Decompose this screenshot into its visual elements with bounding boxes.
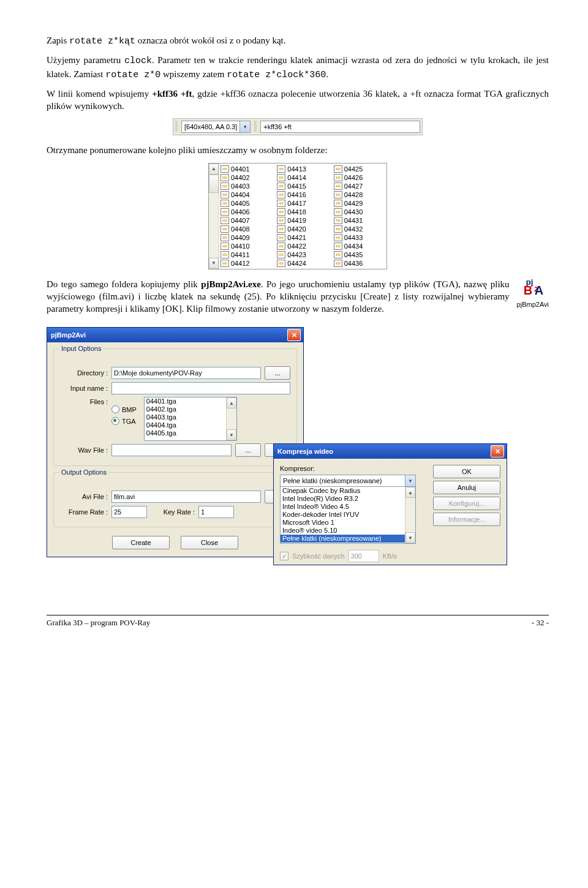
file-item[interactable]: 04435 [334,250,385,259]
file-item[interactable]: 04403 [221,182,272,190]
file-item[interactable]: 04417 [277,199,328,208]
file-item[interactable]: 04423 [277,250,328,259]
keyrate-input[interactable]: 1 [198,506,234,518]
file-item[interactable]: 04425 [334,165,385,173]
file-name: 04433 [344,234,363,241]
file-item[interactable]: 04414 [277,173,328,182]
scroll-up-icon[interactable]: ▲ [405,487,415,498]
file-item[interactable]: 04428 [334,190,385,199]
anuluj-button[interactable]: Anuluj [433,481,500,494]
resolution-combo[interactable]: [640x480, AA 0.3] ▼ [181,121,251,133]
scroll-down-icon[interactable]: ▼ [209,258,219,269]
file-item[interactable]: 04418 [277,208,328,216]
framerate-input[interactable]: 25 [111,506,147,518]
file-item[interactable]: 04406 [221,208,272,216]
list-item[interactable]: 04402.tga [145,405,236,413]
chevron-down-icon[interactable]: ▼ [405,475,415,486]
list-item[interactable]: Intel Indeo® Video 4.5 [281,503,415,511]
file-item[interactable]: 04415 [277,182,328,190]
image-file-icon [221,217,229,224]
titlebar[interactable]: Kompresja wideo ✕ [274,444,507,459]
file-item[interactable]: 04429 [334,199,385,208]
file-item[interactable]: 04419 [277,216,328,225]
file-item[interactable]: 04416 [277,190,328,199]
directory-input[interactable]: D:\Moje dokumenty\POV-Ray [111,367,261,379]
file-item[interactable]: 04412 [221,259,272,268]
chevron-down-icon[interactable]: ▼ [239,121,250,132]
wavfile-input[interactable] [111,444,232,456]
browse-button[interactable]: ... [265,366,290,380]
create-button[interactable]: Create [112,536,170,549]
file-item[interactable]: 04413 [277,165,328,173]
titlebar[interactable]: pjBmp2Avi ✕ [47,328,303,342]
file-item[interactable]: 04408 [221,225,272,233]
vertical-scrollbar[interactable]: ▲ ▼ [209,164,219,269]
image-file-icon [334,191,342,198]
inputname-input[interactable] [111,382,290,394]
kompresor-combo[interactable]: Pełne klatki (nieskompresowane) ▼ [280,475,416,487]
radio-tga[interactable]: TGA [111,417,137,425]
file-name: 04425 [344,165,363,173]
image-file-icon [277,243,285,250]
command-line-value: +kff36 +ft [263,123,292,130]
file-item[interactable]: 04410 [221,242,272,250]
kompresor-list[interactable]: Cinepak Codec by RadiusIntel Indeo(R) Vi… [280,486,416,544]
file-name: 04427 [344,182,363,190]
scroll-thumb[interactable] [209,175,219,193]
avifile-input[interactable]: film.avi [111,491,261,503]
close-icon[interactable]: ✕ [491,445,504,457]
file-item[interactable]: 04433 [334,233,385,242]
paragraph-4: Otrzymane ponumerowane kolejno pliki umi… [47,144,549,156]
file-name: 04422 [287,243,306,250]
paragraph-1: Zapis rotate z*kąt oznacza obrót wokół o… [47,34,549,48]
list-item[interactable]: Indeo® video 5.10 [281,527,415,535]
image-file-icon [334,234,342,241]
file-item[interactable]: 04434 [334,242,385,250]
list-item[interactable]: 04405.tga [145,429,236,437]
file-item[interactable]: 04432 [334,225,385,233]
list-item[interactable]: 04404.tga [145,421,236,429]
file-item[interactable]: 04404 [221,190,272,199]
scroll-up-icon[interactable]: ▲ [227,397,236,408]
list-item[interactable]: 04401.tga [145,397,236,405]
file-name: 04423 [287,251,306,258]
file-item[interactable]: 04411 [221,250,272,259]
list-item[interactable]: Intel Indeo(R) Video R3.2 [281,495,415,503]
list-item[interactable]: 04403.tga [145,413,236,421]
konfiguruj-button[interactable]: Konfiguruj... [433,497,500,510]
file-item[interactable]: 04401 [221,165,272,173]
file-item[interactable]: 04436 [334,259,385,268]
ok-button[interactable]: OK [433,465,500,478]
file-item[interactable]: 04402 [221,173,272,182]
list-item[interactable]: Cinepak Codec by Radius [281,487,415,495]
file-item[interactable]: 04405 [221,199,272,208]
image-file-icon [277,260,285,267]
file-item[interactable]: 04431 [334,216,385,225]
file-item[interactable]: 04420 [277,225,328,233]
close-button[interactable]: Close [181,536,238,549]
file-item[interactable]: 04407 [221,216,272,225]
file-item[interactable]: 04427 [334,182,385,190]
scroll-up-icon[interactable]: ▲ [209,164,219,175]
checkbox-szybkosc: ✓ [280,552,288,560]
informacje-button[interactable]: Informacje... [433,513,500,526]
files-listbox[interactable]: 04401.tga04402.tga04403.tga04404.tga0440… [144,397,237,441]
browse-wav-button[interactable]: ... [235,443,261,457]
scroll-down-icon[interactable]: ▼ [227,429,236,440]
command-line-input[interactable]: +kff36 +ft [260,121,420,133]
file-item[interactable]: 04430 [334,208,385,216]
close-icon[interactable]: ✕ [287,329,301,341]
file-item[interactable]: 04426 [334,173,385,182]
list-item[interactable]: Pełne klatki (nieskompresowane) [281,535,415,543]
file-item[interactable]: 04421 [277,233,328,242]
scroll-down-icon[interactable]: ▼ [405,532,415,543]
file-item[interactable]: 04422 [277,242,328,250]
list-item[interactable]: Microsoft Video 1 [281,519,415,527]
file-item[interactable]: 04409 [221,233,272,242]
radio-bmp[interactable]: BMP [111,405,137,413]
list-item[interactable]: Koder-dekoder Intel IYUV [281,511,415,519]
file-item[interactable]: 04424 [277,259,328,268]
pjbmp2avi-icon-block[interactable]: pjB2A pjBmp2Avi [517,278,549,308]
file-name: 04424 [287,260,306,267]
avifile-label: Avi File : [60,493,108,500]
